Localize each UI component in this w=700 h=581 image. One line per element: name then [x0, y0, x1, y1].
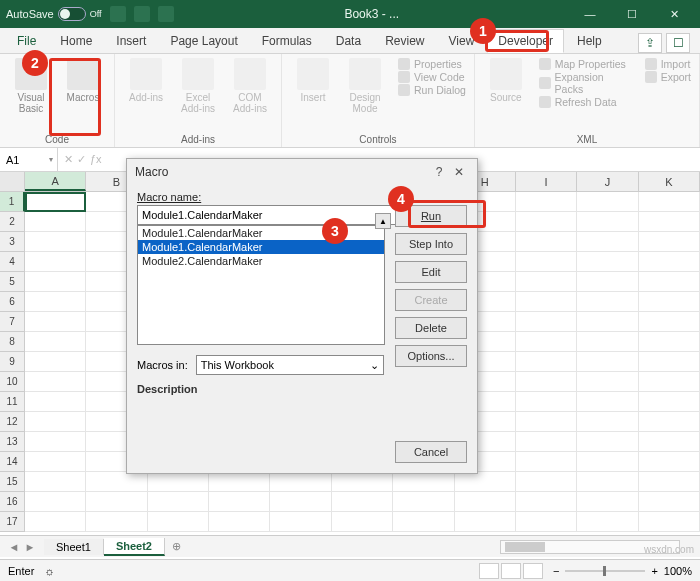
- help-icon[interactable]: ?: [429, 165, 449, 179]
- macros-in-select[interactable]: This Workbook⌄: [196, 355, 384, 375]
- tab-data[interactable]: Data: [325, 29, 372, 53]
- cell[interactable]: [270, 492, 331, 512]
- cell[interactable]: [577, 252, 638, 272]
- cell[interactable]: [639, 192, 700, 212]
- row-header[interactable]: 8: [0, 332, 25, 352]
- cell[interactable]: [270, 472, 331, 492]
- maximize-button[interactable]: ☐: [612, 0, 652, 28]
- cell[interactable]: [25, 272, 86, 292]
- row-header[interactable]: 12: [0, 412, 25, 432]
- delete-button[interactable]: Delete: [395, 317, 467, 339]
- cell[interactable]: [25, 352, 86, 372]
- cell[interactable]: [516, 192, 577, 212]
- cell[interactable]: [639, 272, 700, 292]
- expansion-packs-button[interactable]: Expansion Packs: [539, 71, 635, 95]
- cell[interactable]: [516, 452, 577, 472]
- cell[interactable]: [25, 472, 86, 492]
- row-header[interactable]: 16: [0, 492, 25, 512]
- tab-help[interactable]: Help: [566, 29, 613, 53]
- cell[interactable]: [516, 472, 577, 492]
- row-header[interactable]: 17: [0, 512, 25, 532]
- cell[interactable]: [516, 292, 577, 312]
- row-header[interactable]: 11: [0, 392, 25, 412]
- cell[interactable]: [25, 492, 86, 512]
- design-mode-button[interactable]: Design Mode: [342, 58, 388, 114]
- share-button[interactable]: ⇪: [638, 33, 662, 53]
- toggle-icon[interactable]: [58, 7, 86, 21]
- view-code-button[interactable]: View Code: [398, 71, 466, 83]
- cell[interactable]: [25, 512, 86, 532]
- next-sheet-icon[interactable]: ►: [25, 541, 36, 553]
- undo-icon[interactable]: [134, 6, 150, 22]
- normal-view-button[interactable]: [479, 563, 499, 579]
- cell[interactable]: [25, 192, 86, 212]
- tab-review[interactable]: Review: [374, 29, 435, 53]
- row-header[interactable]: 13: [0, 432, 25, 452]
- cell[interactable]: [639, 412, 700, 432]
- cell[interactable]: [332, 492, 393, 512]
- cell[interactable]: [332, 512, 393, 532]
- com-addins-button[interactable]: COM Add-ins: [227, 58, 273, 114]
- autosave-toggle[interactable]: AutoSave Off: [6, 7, 102, 21]
- cell[interactable]: [639, 392, 700, 412]
- cell[interactable]: [639, 252, 700, 272]
- dialog-titlebar[interactable]: Macro ? ✕: [127, 159, 477, 185]
- cell[interactable]: [577, 372, 638, 392]
- cell[interactable]: [25, 232, 86, 252]
- zoom-out-icon[interactable]: −: [553, 565, 559, 577]
- cell[interactable]: [577, 332, 638, 352]
- cell[interactable]: [516, 352, 577, 372]
- cell[interactable]: [577, 312, 638, 332]
- accessibility-icon[interactable]: ☼: [44, 565, 54, 577]
- cell[interactable]: [577, 272, 638, 292]
- cell[interactable]: [25, 452, 86, 472]
- cell[interactable]: [148, 512, 209, 532]
- cell[interactable]: [516, 492, 577, 512]
- cell[interactable]: [577, 212, 638, 232]
- run-dialog-button[interactable]: Run Dialog: [398, 84, 466, 96]
- tab-home[interactable]: Home: [49, 29, 103, 53]
- cell[interactable]: [516, 432, 577, 452]
- close-dialog-icon[interactable]: ✕: [449, 165, 469, 179]
- tab-pagelayout[interactable]: Page Layout: [159, 29, 248, 53]
- macros-button[interactable]: Macros: [60, 58, 106, 103]
- comments-button[interactable]: ☐: [666, 33, 690, 53]
- sheet-nav[interactable]: ◄►: [0, 541, 44, 553]
- cell[interactable]: [639, 472, 700, 492]
- row-header[interactable]: 9: [0, 352, 25, 372]
- cell[interactable]: [25, 212, 86, 232]
- col-header[interactable]: I: [516, 172, 577, 191]
- scroll-up-icon[interactable]: ▲: [375, 213, 391, 229]
- cell[interactable]: [516, 272, 577, 292]
- cell[interactable]: [639, 212, 700, 232]
- cell[interactable]: [516, 332, 577, 352]
- cell[interactable]: [577, 352, 638, 372]
- minimize-button[interactable]: —: [570, 0, 610, 28]
- row-header[interactable]: 7: [0, 312, 25, 332]
- addins-button[interactable]: Add-ins: [123, 58, 169, 103]
- tab-file[interactable]: File: [6, 29, 47, 53]
- name-box[interactable]: A1▾: [0, 148, 58, 171]
- cell[interactable]: [577, 392, 638, 412]
- cell[interactable]: [25, 392, 86, 412]
- cell[interactable]: [639, 432, 700, 452]
- cell[interactable]: [639, 452, 700, 472]
- cell[interactable]: [516, 312, 577, 332]
- edit-button[interactable]: Edit: [395, 261, 467, 283]
- enter-formula-icon[interactable]: ✓: [77, 153, 86, 166]
- map-properties-button[interactable]: Map Properties: [539, 58, 635, 70]
- cell[interactable]: [577, 472, 638, 492]
- row-header[interactable]: 14: [0, 452, 25, 472]
- cell[interactable]: [516, 372, 577, 392]
- close-button[interactable]: ✕: [654, 0, 694, 28]
- row-header[interactable]: 6: [0, 292, 25, 312]
- cell[interactable]: [577, 452, 638, 472]
- cell[interactable]: [25, 252, 86, 272]
- source-button[interactable]: Source: [483, 58, 529, 103]
- cell[interactable]: [577, 432, 638, 452]
- cell[interactable]: [577, 492, 638, 512]
- cell[interactable]: [209, 472, 270, 492]
- cell[interactable]: [639, 332, 700, 352]
- cell[interactable]: [455, 512, 516, 532]
- chevron-down-icon[interactable]: ▾: [49, 155, 53, 164]
